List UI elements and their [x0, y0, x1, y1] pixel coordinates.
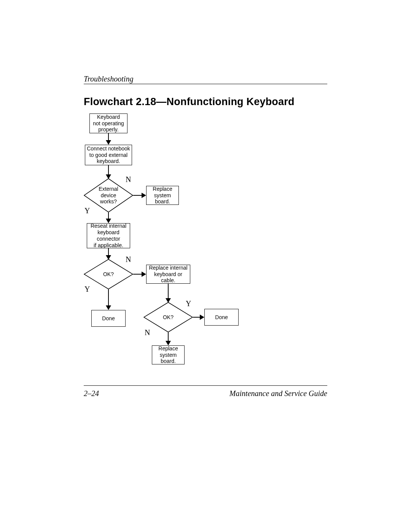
arrowhead-icon [200, 315, 204, 320]
edge [168, 332, 169, 342]
edge-label-yes: Y [186, 299, 191, 308]
arrowhead-icon [106, 305, 111, 310]
node-replace-keyboard: Replace internalkeyboard orcable. [146, 265, 190, 284]
edge [108, 289, 109, 306]
node-reseat-connector: Reseat internalkeyboardconnectorif appli… [87, 223, 130, 248]
section-header: Troubleshooting [84, 75, 133, 83]
edge [168, 284, 169, 299]
arrowhead-icon [142, 193, 146, 198]
arrowhead-icon [166, 341, 171, 345]
arrowhead-icon [106, 219, 111, 223]
node-done-1: Done [91, 310, 126, 327]
header-rule [84, 84, 327, 84]
edge-label-no: N [145, 328, 150, 337]
page-number: 2–24 [84, 389, 99, 398]
node-connect-external: Connect notebookto good externalkeyboard… [85, 145, 132, 165]
footer-rule [84, 385, 327, 386]
edge [108, 165, 109, 175]
edge [108, 133, 109, 141]
node-replace-system-board-2: Replacesystemboard. [152, 345, 185, 364]
node-start: Keyboardnot operatingproperly. [89, 113, 127, 133]
node-replace-system-board-1: Replacesystemboard. [146, 186, 179, 205]
page: Troubleshooting Flowchart 2.18—Nonfuncti… [0, 0, 411, 532]
arrowhead-icon [142, 272, 146, 277]
edge-label-yes: Y [84, 206, 90, 215]
arrowhead-icon [106, 140, 111, 145]
node-done-2: Done [204, 309, 239, 326]
guide-title: Maintenance and Service Guide [229, 389, 327, 398]
edge [193, 317, 201, 318]
page-title: Flowchart 2.18—Nonfunctioning Keyboard [84, 96, 295, 108]
edge-label-yes: Y [84, 285, 90, 294]
edge [108, 248, 109, 256]
edge-label-no: N [126, 175, 131, 184]
edge-label-no: N [126, 255, 131, 264]
edge [133, 195, 142, 196]
edge [133, 274, 142, 275]
